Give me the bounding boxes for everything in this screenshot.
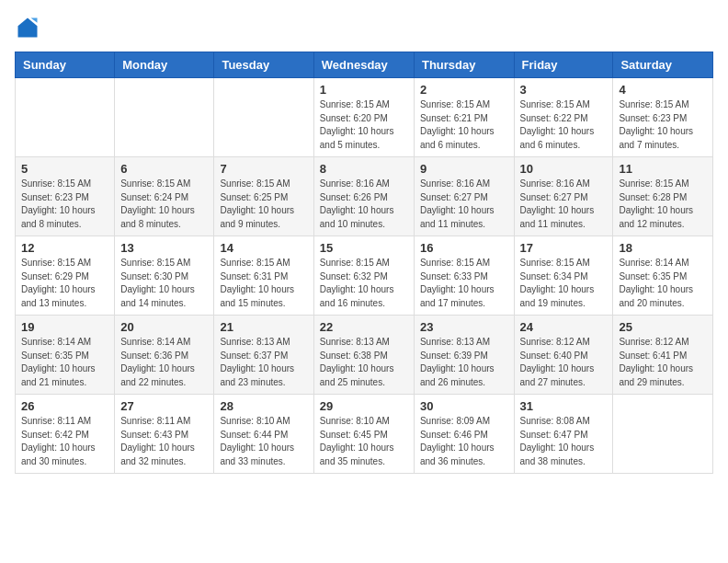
day-cell: 2Sunrise: 8:15 AM Sunset: 6:21 PM Daylig…: [414, 78, 514, 157]
day-cell: 26Sunrise: 8:11 AM Sunset: 6:42 PM Dayli…: [16, 395, 115, 474]
day-cell: 15Sunrise: 8:15 AM Sunset: 6:32 PM Dayli…: [313, 236, 414, 316]
day-cell: 18Sunrise: 8:14 AM Sunset: 6:35 PM Dayli…: [613, 236, 713, 316]
day-info: Sunrise: 8:15 AM Sunset: 6:32 PM Dayligh…: [320, 257, 408, 310]
day-cell: 5Sunrise: 8:15 AM Sunset: 6:23 PM Daylig…: [16, 157, 115, 236]
day-number: 2: [420, 83, 508, 97]
day-number: 18: [619, 241, 707, 255]
day-number: 8: [320, 162, 408, 176]
day-number: 10: [520, 162, 608, 176]
day-cell: 29Sunrise: 8:10 AM Sunset: 6:45 PM Dayli…: [313, 395, 414, 474]
day-cell: 23Sunrise: 8:13 AM Sunset: 6:39 PM Dayli…: [414, 316, 514, 395]
day-number: 27: [120, 399, 208, 413]
day-number: 30: [420, 399, 508, 413]
logo-icon: [15, 15, 40, 40]
calendar-header-row: SundayMondayTuesdayWednesdayThursdayFrid…: [16, 52, 713, 78]
day-cell: 3Sunrise: 8:15 AM Sunset: 6:22 PM Daylig…: [514, 78, 613, 157]
calendar-table: SundayMondayTuesdayWednesdayThursdayFrid…: [15, 52, 713, 474]
day-number: 3: [520, 83, 608, 97]
header-tuesday: Tuesday: [214, 52, 313, 78]
day-number: 28: [220, 399, 307, 413]
day-cell: [613, 395, 713, 474]
day-info: Sunrise: 8:11 AM Sunset: 6:42 PM Dayligh…: [21, 415, 108, 468]
day-cell: 6Sunrise: 8:15 AM Sunset: 6:24 PM Daylig…: [115, 157, 214, 236]
week-row-2: 5Sunrise: 8:15 AM Sunset: 6:23 PM Daylig…: [16, 157, 713, 236]
day-number: 14: [220, 241, 307, 255]
day-info: Sunrise: 8:08 AM Sunset: 6:47 PM Dayligh…: [520, 415, 608, 468]
day-info: Sunrise: 8:15 AM Sunset: 6:24 PM Dayligh…: [120, 178, 208, 231]
day-info: Sunrise: 8:14 AM Sunset: 6:36 PM Dayligh…: [120, 336, 208, 389]
day-info: Sunrise: 8:15 AM Sunset: 6:23 PM Dayligh…: [21, 178, 108, 231]
day-cell: 25Sunrise: 8:12 AM Sunset: 6:41 PM Dayli…: [613, 316, 713, 395]
header-thursday: Thursday: [414, 52, 514, 78]
day-info: Sunrise: 8:15 AM Sunset: 6:30 PM Dayligh…: [120, 257, 208, 310]
day-number: 24: [520, 320, 608, 334]
day-number: 5: [21, 162, 108, 176]
day-number: 11: [619, 162, 707, 176]
day-info: Sunrise: 8:14 AM Sunset: 6:35 PM Dayligh…: [619, 257, 707, 310]
day-info: Sunrise: 8:15 AM Sunset: 6:33 PM Dayligh…: [420, 257, 508, 310]
day-number: 26: [21, 399, 108, 413]
day-cell: 8Sunrise: 8:16 AM Sunset: 6:26 PM Daylig…: [313, 157, 414, 236]
header-friday: Friday: [514, 52, 613, 78]
day-info: Sunrise: 8:10 AM Sunset: 6:44 PM Dayligh…: [220, 415, 307, 468]
day-cell: 24Sunrise: 8:12 AM Sunset: 6:40 PM Dayli…: [514, 316, 613, 395]
day-cell: [115, 78, 214, 157]
day-cell: 1Sunrise: 8:15 AM Sunset: 6:20 PM Daylig…: [313, 78, 414, 157]
day-cell: 11Sunrise: 8:15 AM Sunset: 6:28 PM Dayli…: [613, 157, 713, 236]
day-number: 15: [320, 241, 408, 255]
day-number: 9: [420, 162, 508, 176]
day-number: 1: [320, 83, 408, 97]
header-monday: Monday: [115, 52, 214, 78]
day-number: 13: [120, 241, 208, 255]
day-info: Sunrise: 8:15 AM Sunset: 6:22 PM Dayligh…: [520, 98, 608, 152]
day-info: Sunrise: 8:09 AM Sunset: 6:46 PM Dayligh…: [420, 415, 508, 468]
day-number: 4: [619, 83, 707, 97]
day-number: 20: [120, 320, 208, 334]
header-sunday: Sunday: [16, 52, 115, 78]
week-row-3: 12Sunrise: 8:15 AM Sunset: 6:29 PM Dayli…: [16, 236, 713, 316]
day-number: 12: [21, 241, 108, 255]
day-cell: 13Sunrise: 8:15 AM Sunset: 6:30 PM Dayli…: [115, 236, 214, 316]
day-info: Sunrise: 8:15 AM Sunset: 6:34 PM Dayligh…: [520, 257, 608, 310]
day-info: Sunrise: 8:15 AM Sunset: 6:28 PM Dayligh…: [619, 178, 707, 231]
day-cell: 14Sunrise: 8:15 AM Sunset: 6:31 PM Dayli…: [214, 236, 313, 316]
day-cell: 20Sunrise: 8:14 AM Sunset: 6:36 PM Dayli…: [115, 316, 214, 395]
day-info: Sunrise: 8:11 AM Sunset: 6:43 PM Dayligh…: [120, 415, 208, 468]
day-info: Sunrise: 8:12 AM Sunset: 6:40 PM Dayligh…: [520, 336, 608, 389]
day-cell: [214, 78, 313, 157]
day-number: 21: [220, 320, 307, 334]
day-cell: 31Sunrise: 8:08 AM Sunset: 6:47 PM Dayli…: [514, 395, 613, 474]
day-info: Sunrise: 8:12 AM Sunset: 6:41 PM Dayligh…: [619, 336, 707, 389]
day-number: 29: [320, 399, 408, 413]
day-cell: [16, 78, 115, 157]
day-cell: 28Sunrise: 8:10 AM Sunset: 6:44 PM Dayli…: [214, 395, 313, 474]
day-info: Sunrise: 8:13 AM Sunset: 6:38 PM Dayligh…: [320, 336, 408, 389]
day-number: 23: [420, 320, 508, 334]
day-cell: 21Sunrise: 8:13 AM Sunset: 6:37 PM Dayli…: [214, 316, 313, 395]
logo: [15, 15, 44, 40]
day-cell: 9Sunrise: 8:16 AM Sunset: 6:27 PM Daylig…: [414, 157, 514, 236]
day-cell: 10Sunrise: 8:16 AM Sunset: 6:27 PM Dayli…: [514, 157, 613, 236]
svg-marker-0: [18, 18, 38, 38]
week-row-1: 1Sunrise: 8:15 AM Sunset: 6:20 PM Daylig…: [16, 78, 713, 157]
day-number: 19: [21, 320, 108, 334]
day-info: Sunrise: 8:15 AM Sunset: 6:25 PM Dayligh…: [220, 178, 307, 231]
header-wednesday: Wednesday: [313, 52, 414, 78]
day-number: 22: [320, 320, 408, 334]
day-info: Sunrise: 8:15 AM Sunset: 6:21 PM Dayligh…: [420, 98, 508, 152]
week-row-5: 26Sunrise: 8:11 AM Sunset: 6:42 PM Dayli…: [16, 395, 713, 474]
day-info: Sunrise: 8:10 AM Sunset: 6:45 PM Dayligh…: [320, 415, 408, 468]
day-number: 25: [619, 320, 707, 334]
day-cell: 12Sunrise: 8:15 AM Sunset: 6:29 PM Dayli…: [16, 236, 115, 316]
day-info: Sunrise: 8:14 AM Sunset: 6:35 PM Dayligh…: [21, 336, 108, 389]
day-info: Sunrise: 8:15 AM Sunset: 6:31 PM Dayligh…: [220, 257, 307, 310]
week-row-4: 19Sunrise: 8:14 AM Sunset: 6:35 PM Dayli…: [16, 316, 713, 395]
header-saturday: Saturday: [613, 52, 713, 78]
day-cell: 22Sunrise: 8:13 AM Sunset: 6:38 PM Dayli…: [313, 316, 414, 395]
day-cell: 19Sunrise: 8:14 AM Sunset: 6:35 PM Dayli…: [16, 316, 115, 395]
day-number: 16: [420, 241, 508, 255]
day-cell: 4Sunrise: 8:15 AM Sunset: 6:23 PM Daylig…: [613, 78, 713, 157]
day-info: Sunrise: 8:15 AM Sunset: 6:23 PM Dayligh…: [619, 98, 707, 152]
day-cell: 7Sunrise: 8:15 AM Sunset: 6:25 PM Daylig…: [214, 157, 313, 236]
day-info: Sunrise: 8:16 AM Sunset: 6:27 PM Dayligh…: [420, 178, 508, 231]
